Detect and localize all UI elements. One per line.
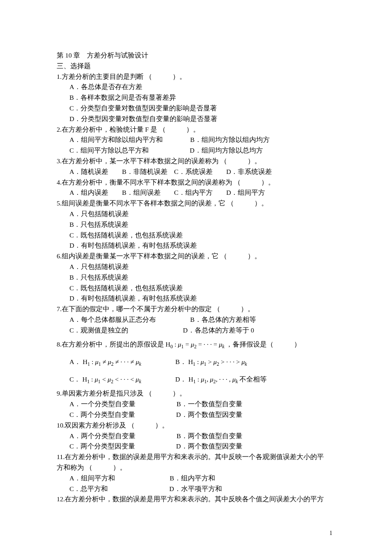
page-number: 1 (329, 529, 332, 538)
q9-option-c: C．两个分类型自变量 (69, 411, 135, 418)
q6-stem: 6.组内误差是衡量某一水平下样本数据之间的误差，它 （ ）。 (57, 251, 337, 262)
q2-option-a: A．组间平方和除以组内平方和 (69, 136, 163, 143)
q9-option-d: D．两个数值型因变量 (176, 411, 242, 418)
chapter-title: 第 10 章 方差分析与试验设计 (57, 50, 337, 61)
q6-option-b: B．只包括系统误差 (57, 272, 337, 283)
page: 第 10 章 方差分析与试验设计 三、选择题 1.方差分析的主要目的是判断 （ … (0, 0, 392, 555)
q10-option-c: C．两个分类型因变量 (69, 442, 135, 450)
q9-option-a: A．一个分类型自变量 (69, 400, 135, 408)
q8-option-a: A． H1 : μ1 ≠ μ2 ≠ · · · ≠ μk (69, 358, 141, 365)
q6-option-d: D．有时包括随机误差，有时包括系统误差 (57, 293, 337, 304)
q3-option-c: C．系统误差 (174, 168, 213, 175)
q8-stem-prefix: 8.在方差分析中，所提出的原假设是 (57, 341, 164, 348)
q11-options-row2: C．总平方和 D．水平项平方和 (57, 484, 337, 494)
q4-options: A．组内误差 B．组间误差 C．组内平方 D．组间平方 (57, 188, 337, 198)
q2-options-row1: A．组间平方和除以组内平方和 B．组间均方除以组内均方 (57, 135, 337, 145)
q3-options: A．随机误差 B．非随机误差 C．系统误差 D．非系统误差 (57, 167, 337, 177)
q4-option-c: C．组内平方 (174, 189, 213, 196)
q7-option-d: D．各总体的方差等于 0 (183, 327, 254, 334)
q10-stem: 10.双因素方差分析涉及 （ ）。 (57, 420, 337, 431)
q12-stem: 12.在方差分析中，数据的误差是用平方和来表示的。其中反映各个值之间误差大小的平… (57, 494, 337, 505)
q4-option-a: A．组内误差 (69, 189, 108, 196)
q7-options-row2: C．观测值是独立的 D．各总体的方差等于 0 (57, 325, 337, 336)
q4-option-b: B．组间误差 (122, 189, 160, 196)
q5-option-c: C．既包括随机误差，也包括系统误差 (57, 230, 337, 241)
q11-option-c: C．总平方和 (69, 485, 108, 492)
q3-option-d: D．非系统误差 (226, 168, 272, 175)
q8-h0-formula: H0 : μ1 = μ2 = · · · = μk (164, 341, 226, 348)
q8-stem-suffix: ，备择假设是（ ） (226, 341, 301, 348)
q7-option-c: C．观测值是独立的 (69, 327, 128, 334)
q1-option-c: C．分类型自变量对数值型因变量的影响是否显著 (57, 103, 337, 114)
q9-stem: 9.单因素方差分析是指只涉及 （ ）。 (57, 388, 337, 399)
q8-option-b: B． H1 : μ1 > μ2 > · · · > μk (175, 358, 247, 365)
q5-option-a: A．只包括随机误差 (57, 209, 337, 220)
q8-options-row1: A． H1 : μ1 ≠ μ2 ≠ · · · ≠ μk B． H1 : μ1 … (57, 353, 337, 371)
q5-stem: 5.组间误差是衡量不同水平下各样本数据之间的误差，它 （ ）。 (57, 198, 337, 209)
q2-stem: 2.在方差分析中，检验统计量 F 是 （ ）。 (57, 124, 337, 135)
q7-stem: 7.在下面的假定中，哪一个不属于方差分析中的假定 （ ）。 (57, 304, 337, 315)
q10-options-row1: A．两个分类型自变量 B．两个数值型自变量 (57, 431, 337, 442)
q11-stem-line2: 方和称为 （ ）。 (57, 462, 337, 473)
q3-option-b: B．非随机误差 (122, 168, 167, 175)
q11-option-b: B．组内平方和 (170, 474, 215, 482)
q10-option-d: D．两个数值型因变量 (176, 442, 242, 450)
q7-option-a: A．每个总体都服从正态分布 (69, 316, 156, 323)
q11-option-d: D．水平项平方和 (169, 485, 222, 492)
q6-option-c: C．既包括随机误差，也包括系统误差 (57, 283, 337, 294)
q10-option-a: A．两个分类型自变量 (69, 432, 135, 439)
q3-option-a: A．随机误差 (69, 168, 108, 175)
q10-options-row2: C．两个分类型因变量 D．两个数值型因变量 (57, 441, 337, 452)
q1-stem: 1.方差分析的主要目的是判断 （ ）。 (57, 72, 337, 82)
q3-stem: 3.在方差分析中，某一水平下样本数据之间的误差称为 （ ）。 (57, 156, 337, 167)
q4-option-d: D．组间平方 (226, 189, 265, 196)
q11-stem-line1: 11.在方差分析中，数据的误差是用平方和来表示的。其中反映一个各观测值误差大小的… (57, 452, 337, 462)
q1-option-a: A．各总体是否存在方差 (57, 82, 337, 92)
q7-option-b: B．各总体的方差相等 (190, 316, 256, 323)
q8-option-d: D． H1 : μ1, μ2, · · · , μk 不全相等 (175, 376, 267, 383)
q9-option-b: B．一个数值型自变量 (176, 400, 242, 408)
q2-option-c: C．组间平方除以总平方和 (69, 147, 149, 154)
q2-option-b: B．组间均方除以组内均方 (190, 136, 269, 143)
q4-stem: 4.在方差分析中，衡量不同水平下样本数据之间的误差称为 （ ）。 (57, 177, 337, 188)
q7-options-row1: A．每个总体都服从正态分布 B．各总体的方差相等 (57, 315, 337, 325)
section-title: 三、选择题 (57, 61, 337, 72)
q11-option-a: A．组间平方和 (69, 474, 115, 482)
q8-stem: 8.在方差分析中，所提出的原假设是 H0 : μ1 = μ2 = · · · =… (57, 336, 337, 353)
q9-options-row1: A．一个分类型自变量 B．一个数值型自变量 (57, 399, 337, 410)
q11-options-row1: A．组间平方和 B．组内平方和 (57, 473, 337, 484)
q5-option-d: D．有时包括随机误差，有时包括系统误差 (57, 240, 337, 251)
q2-option-d: D．组间均方除以总均方 (190, 147, 262, 154)
q2-options-row2: C．组间平方除以总平方和 D．组间均方除以总均方 (57, 145, 337, 156)
q8-option-c: C． H1 : μ1 < μ2 < · · · < μk (69, 376, 141, 383)
q1-option-b: B．各样本数据之间是否有显著差异 (57, 92, 337, 103)
q8-options-row2: C． H1 : μ1 < μ2 < · · · < μk D． H1 : μ1,… (57, 371, 337, 388)
q10-option-b: B．两个数值型自变量 (176, 432, 242, 439)
q9-options-row2: C．两个分类型自变量 D．两个数值型因变量 (57, 410, 337, 420)
q6-option-a: A．只包括随机误差 (57, 262, 337, 272)
q1-option-d: D．分类型因变量对数值型自变量的影响是否显著 (57, 114, 337, 124)
q5-option-b: B．只包括系统误差 (57, 220, 337, 230)
